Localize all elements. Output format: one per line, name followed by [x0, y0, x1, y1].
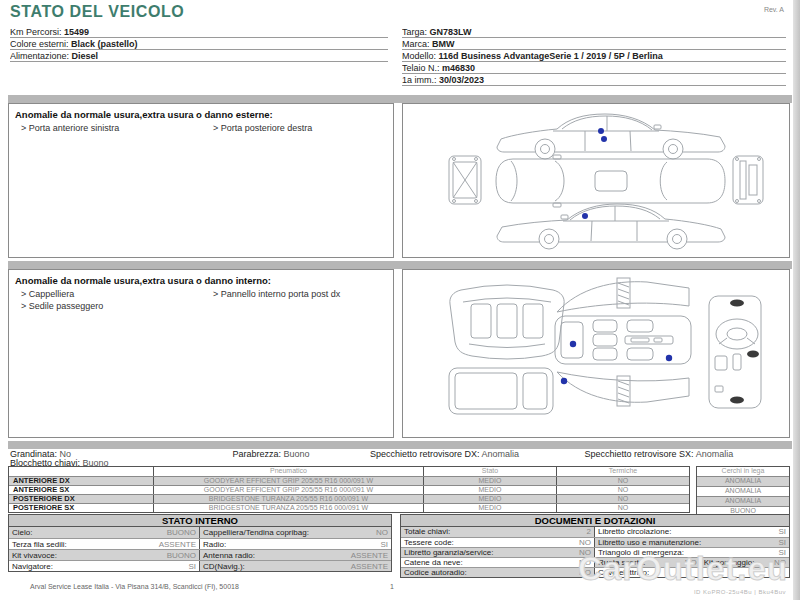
- tyre-position: ANTERIORE SX: [9, 486, 154, 494]
- interior-anomalies-col2: > Pannello interno porta post dx: [201, 289, 393, 313]
- exterior-anomalies-col1: > Porta anteriore sinistra: [9, 123, 201, 135]
- stato-interno-table: STATO INTERNO Cielo:BUONO Cappelliera/Te…: [8, 514, 392, 572]
- info-row-modello: Modello: 116d Business AdvantageSerie 1 …: [402, 51, 786, 62]
- tyre-termiche: NO: [557, 495, 689, 503]
- car-interior-diagram: [403, 270, 789, 437]
- trunk-view: [449, 368, 553, 414]
- info-row-km: Km Percorsi: 15499: [10, 27, 388, 38]
- cond-label: Specchietto retrovisore SX:: [585, 449, 694, 459]
- footer-page-number: 1: [390, 583, 394, 590]
- caroutlet-watermark: CarOutlet.eu: [578, 550, 788, 588]
- tyre-model: BRIDGESTONE TURANZA 205/55 R16 000/091 W: [154, 495, 424, 503]
- table-row: Kit vivavoce:BUONO Antenna radio:ASSENTE: [9, 549, 391, 560]
- kv-value: SI: [184, 561, 196, 571]
- exterior-anomalies-title: Anomalie da normale usura,extra usura o …: [9, 104, 393, 123]
- info-value: Black (pastello): [71, 39, 138, 49]
- cerchi-value: ANOMALIA: [697, 486, 789, 496]
- info-label: 1a imm.:: [402, 75, 437, 85]
- info-label: Telaio N.:: [402, 63, 440, 73]
- kv-value: NO: [575, 538, 591, 547]
- info-value: Diesel: [72, 51, 99, 61]
- table-row: Totale chiavi:2 Libretto circolazione:SI: [401, 527, 789, 537]
- documenti-title: DOCUMENTI E DOTAZIONI: [401, 515, 789, 527]
- table-row: POSTERIORE DX BRIDGESTONE TURANZA 205/55…: [9, 494, 689, 503]
- tyre-stato: MEDIO: [424, 486, 557, 494]
- info-row-marca: Marca: BMW: [402, 39, 786, 50]
- kv-value: SI: [774, 527, 786, 537]
- info-value: GN783LW: [430, 27, 472, 37]
- cond-label: Parabrezza:: [233, 449, 282, 459]
- kv-label: Radio:: [203, 539, 226, 549]
- kv-label: Navigatore:: [12, 561, 53, 571]
- info-value: 15499: [64, 27, 89, 37]
- anomaly-item: > Porta posteriore destra: [213, 123, 393, 133]
- table-row: Terza fila sedili:ASSENTE Radio:SI: [9, 538, 391, 549]
- tyres-header-termiche: Termiche: [557, 467, 689, 476]
- vehicle-condition-report: STATO DEL VEICOLO Rev. A Km Percorsi: 15…: [0, 0, 800, 600]
- damage-marker: [601, 136, 607, 142]
- car-side-view-right: [497, 114, 725, 159]
- table-row: ANTERIORE DX GOODYEAR EFFICENT GRIP 205/…: [9, 476, 689, 485]
- exterior-diagram-box: [402, 103, 790, 258]
- info-label: Marca:: [402, 39, 430, 49]
- tyre-stato: MEDIO: [424, 477, 557, 485]
- table-row: ANTERIORE SX GOODYEAR EFFICENT GRIP 205/…: [9, 485, 689, 494]
- damage-marker: [666, 355, 672, 361]
- damage-marker: [598, 128, 604, 134]
- info-value: m46830: [442, 63, 475, 73]
- info-row-targa: Targa: GN783LW: [402, 27, 786, 38]
- interior-diagram-box: [402, 269, 790, 438]
- info-value: BMW: [432, 39, 455, 49]
- damage-marker: [582, 213, 588, 219]
- condition-summary-line1: Grandinata: No Parabrezza: Buono Specchi…: [10, 449, 733, 459]
- dashboard-view: [709, 296, 761, 408]
- info-label: Alimentazione:: [10, 51, 69, 61]
- vehicle-info-left: Km Percorsi: 15499 Colore esterni: Black…: [10, 27, 388, 63]
- tyre-position: POSTERIORE DX: [9, 495, 154, 503]
- kv-label: Totale chiavi:: [404, 527, 450, 537]
- tyre-model: BRIDGESTONE TURANZA 205/55 R16 000/091 W: [154, 504, 424, 512]
- cerchi-value: ANOMALIA: [697, 496, 789, 506]
- exterior-anomalies-box: Anomalie da normale usura,extra usura o …: [8, 103, 394, 258]
- table-row: Cielo:BUONO Cappelliera/Tendina copribag…: [9, 527, 391, 538]
- scan-edge-artifact: [793, 0, 800, 600]
- tyres-table: Pneumatico Stato Termiche ANTERIORE DX G…: [8, 466, 690, 513]
- info-row-colore: Colore esterni: Black (pastello): [10, 39, 388, 50]
- car-side-view-left: [497, 204, 725, 249]
- section-divider-bar: [8, 441, 792, 449]
- kv-label: Terza fila sedili:: [12, 539, 67, 549]
- info-value: 30/03/2023: [439, 75, 484, 85]
- info-label: Colore esterni:: [10, 39, 69, 49]
- kv-label: Cappelliera/Tendina copribag:: [203, 527, 309, 538]
- tyres-header-pneumatico: Pneumatico: [154, 467, 424, 476]
- interior-anomalies-col1: > Cappelliera > Sedile passeggero: [9, 289, 201, 313]
- car-exterior-diagram: [403, 104, 789, 257]
- page-title: STATO DEL VEICOLO: [10, 3, 184, 21]
- kv-value: ASSENTE: [347, 561, 388, 571]
- info-label: Km Percorsi:: [10, 27, 62, 37]
- table-row: Navigatore:SI CD(Navig.):ASSENTE: [9, 560, 391, 571]
- cerchi-in-lega-table: Cerchi in lega ANOMALIA ANOMALIA ANOMALI…: [696, 466, 790, 517]
- exterior-anomalies-col2: > Porta posteriore destra: [201, 123, 393, 135]
- kv-value: ASSENTE: [347, 550, 388, 560]
- anomaly-item: > Porta anteriore sinistra: [21, 123, 201, 133]
- cerchi-header: Cerchi in lega: [697, 467, 789, 476]
- kv-label: Libretto garanzia/service:: [404, 548, 493, 557]
- kv-label: Catene da neve:: [404, 558, 463, 567]
- info-row-alimentazione: Alimentazione: Diesel: [10, 51, 388, 62]
- tyre-termiche: NO: [557, 486, 689, 494]
- kv-label: Cielo:: [12, 527, 32, 538]
- kv-label: Antenna radio:: [203, 550, 255, 560]
- revision-label: Rev. A: [764, 6, 784, 13]
- footer-code: ID KoPRO-25u4Bu | Bku4Buv: [694, 589, 786, 595]
- section-divider-bar: [8, 261, 792, 269]
- tyre-termiche: NO: [557, 504, 689, 512]
- parabrezza-field: Parabrezza: Buono: [233, 449, 368, 459]
- kv-value: BUONO: [163, 527, 196, 538]
- cond-value: Anomalia: [482, 449, 520, 459]
- cerchi-value: ANOMALIA: [697, 476, 789, 486]
- info-label: Targa:: [402, 27, 427, 37]
- anomaly-item: > Cappelliera: [21, 289, 201, 299]
- vehicle-info-right: Targa: GN783LW Marca: BMW Modello: 116d …: [402, 27, 786, 87]
- damage-marker: [570, 341, 576, 347]
